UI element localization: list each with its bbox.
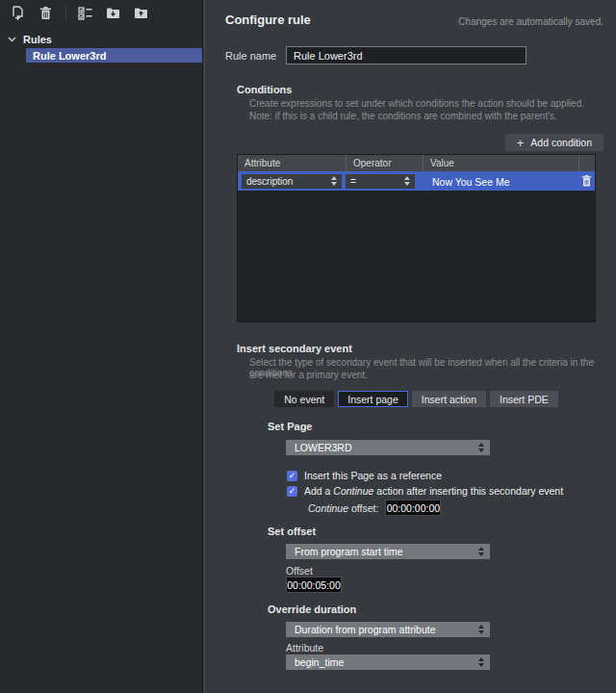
duration-attribute-select-value: begin_time <box>295 656 344 668</box>
delete-condition-button[interactable] <box>578 175 595 187</box>
rule-name-value: Rule Lower3rd <box>294 50 363 62</box>
condition-row[interactable]: description = Now You See Me <box>238 171 595 191</box>
app-window: Rules Rule Lower3rd Configure rule Chang… <box>0 0 616 693</box>
plus-icon: + <box>517 136 525 150</box>
column-header-actions <box>578 155 595 171</box>
continue-checkbox[interactable]: ✓ <box>287 486 297 497</box>
set-offset-heading: Set offset <box>268 526 316 537</box>
continue-checkbox-row[interactable]: ✓ Add a Continue action after inserting … <box>287 485 563 497</box>
offset-value: 00:00:05:00 <box>287 579 340 591</box>
attribute-select[interactable]: description <box>242 174 342 189</box>
override-duration-heading: Override duration <box>268 603 356 615</box>
segment-no-event[interactable]: No event <box>274 391 334 407</box>
operator-select-value: = <box>350 176 356 187</box>
continue-offset-row: Continue offset: 00:00:00:00 <box>308 500 441 516</box>
offset-input[interactable]: 00:00:05:00 <box>286 577 342 593</box>
delete-rule-button[interactable] <box>34 3 57 24</box>
duration-mode-select-value: Duration from program attribute <box>295 624 435 635</box>
segment-insert-page[interactable]: Insert page <box>338 391 408 407</box>
reference-checkbox-row[interactable]: ✓ Insert this Page as a reference <box>287 470 442 481</box>
export-rules-button[interactable] <box>129 3 152 24</box>
offset-label: Offset <box>286 565 313 577</box>
continue-offset-input[interactable]: 00:00:00:00 <box>385 500 441 516</box>
autosave-note: Changes are automatically saved. <box>458 16 603 27</box>
chevron-down-icon[interactable] <box>8 37 16 42</box>
conditions-table-header: Attribute Operator Value <box>238 155 595 171</box>
condition-value[interactable]: Now You See Me <box>432 176 510 188</box>
tree-item-label: Rule Lower3rd <box>33 50 106 62</box>
column-header-attribute[interactable]: Attribute <box>238 155 346 171</box>
rule-list-button[interactable] <box>73 3 96 24</box>
conditions-desc-1: Create expressions to set under which co… <box>249 98 584 109</box>
duration-attribute-select[interactable]: begin_time <box>286 654 490 670</box>
updown-arrows-icon <box>478 443 484 452</box>
updown-arrows-icon <box>478 657 484 667</box>
conditions-desc-2: Note: if this is a child rule, the condi… <box>249 111 557 121</box>
trash-icon <box>581 175 592 187</box>
tree-root-label: Rules <box>23 34 52 45</box>
tree-root-rules[interactable]: Rules <box>0 32 202 46</box>
import-folder-icon <box>106 7 120 19</box>
updown-arrows-icon <box>478 547 484 556</box>
configure-rule-panel: Configure rule Changes are automatically… <box>204 0 616 693</box>
offset-mode-select[interactable]: From program start time <box>286 544 490 559</box>
continue-checkbox-label: Add a Continue action after inserting th… <box>304 485 563 497</box>
secondary-event-desc-2: are met for a primary event. <box>249 370 368 380</box>
toolbar-separator <box>65 6 66 21</box>
offset-mode-select-value: From program start time <box>295 546 403 557</box>
add-condition-label: Add condition <box>530 137 592 148</box>
trash-icon <box>39 7 52 20</box>
secondary-event-heading: Insert secondary event <box>237 343 352 354</box>
import-rules-button[interactable] <box>101 3 124 24</box>
continue-offset-label: Continue offset: <box>308 502 378 514</box>
segment-insert-pde[interactable]: Insert PDE <box>490 391 558 407</box>
new-rule-icon <box>11 6 25 20</box>
conditions-table: Attribute Operator Value description = <box>237 154 596 322</box>
column-header-operator[interactable]: Operator <box>346 155 423 171</box>
column-header-value[interactable]: Value <box>423 155 578 171</box>
attribute-select-value: description <box>246 176 293 187</box>
new-rule-button[interactable] <box>6 3 29 24</box>
set-page-heading: Set Page <box>268 421 312 432</box>
rule-name-label: Rule name <box>225 50 276 62</box>
rules-tree: Rules Rule Lower3rd <box>0 27 202 63</box>
updown-arrows-icon <box>404 176 410 186</box>
sidebar-toolbar <box>0 0 202 27</box>
rule-name-input[interactable]: Rule Lower3rd <box>286 46 526 64</box>
reference-checkbox[interactable]: ✓ <box>287 471 297 481</box>
attribute-label: Attribute <box>286 642 323 654</box>
duration-mode-select[interactable]: Duration from program attribute <box>286 622 490 637</box>
secondary-event-type-group: No event Insert page Insert action Inser… <box>237 391 596 407</box>
page-select[interactable]: LOWER3RD <box>286 440 490 455</box>
rule-list-icon <box>78 7 92 20</box>
tree-item-rule-lower3rd[interactable]: Rule Lower3rd <box>26 48 202 63</box>
add-condition-button[interactable]: + Add condition <box>505 134 603 151</box>
rules-sidebar: Rules Rule Lower3rd <box>0 0 203 693</box>
page-title: Configure rule <box>225 13 311 27</box>
operator-select[interactable]: = <box>346 174 415 189</box>
updown-arrows-icon <box>478 625 484 634</box>
export-folder-icon <box>134 7 148 19</box>
segment-insert-action[interactable]: Insert action <box>412 391 486 407</box>
page-select-value: LOWER3RD <box>295 442 352 453</box>
reference-checkbox-label: Insert this Page as a reference <box>304 470 442 481</box>
updown-arrows-icon <box>331 176 337 186</box>
continue-offset-value: 00:00:00:00 <box>387 502 440 514</box>
conditions-heading: Conditions <box>237 84 292 95</box>
